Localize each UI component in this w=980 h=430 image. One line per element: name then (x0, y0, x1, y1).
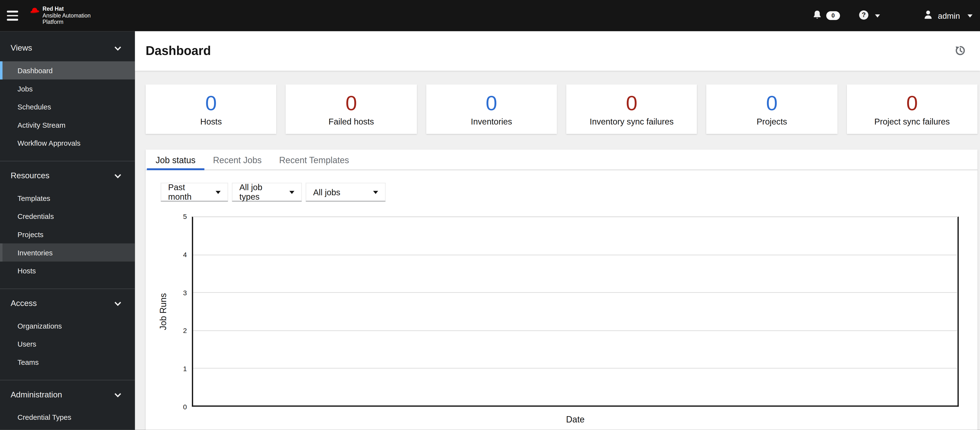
sidebar-item-jobs[interactable]: Jobs (0, 80, 135, 98)
nav-section-toggle-administration[interactable]: Administration (0, 388, 135, 400)
username-label: admin (938, 11, 960, 21)
job-status-panel: Job status Recent Jobs Recent Templates … (146, 150, 977, 430)
y-tick: 3 (169, 289, 187, 296)
tab-job-status[interactable]: Job status (147, 150, 204, 170)
sidebar-item-templates[interactable]: Templates (0, 189, 135, 207)
card-label: Project sync failures (874, 117, 950, 126)
inventory-sync-failures-count-link[interactable]: 0 (626, 92, 637, 113)
chevron-down-icon (875, 14, 880, 17)
sidebar-item-organizations[interactable]: Organizations (0, 317, 135, 335)
chart-y-axis-label: Job Runs (158, 293, 168, 330)
dashboard-content: 0 Hosts 0 Failed hosts 0 Inventories 0 I… (135, 71, 980, 430)
chevron-down-icon (115, 390, 121, 399)
card-label: Inventory sync failures (590, 117, 674, 126)
sidebar-item-workflow-approvals[interactable]: Workflow Approvals (0, 134, 135, 152)
nav-section-views: Views Dashboard Jobs Schedules Activity … (0, 31, 135, 161)
y-tick: 2 (169, 327, 187, 334)
sidebar-item-schedules[interactable]: Schedules (0, 98, 135, 116)
nav-section-toggle-views[interactable]: Views (0, 42, 135, 54)
nav-section-administration: Administration Credential Types Notifica… (0, 380, 135, 430)
chevron-down-icon (373, 190, 378, 193)
job-runs-chart: Job Runs 5 4 3 2 1 0 Date (146, 216, 977, 430)
sidebar-item-credentials[interactable]: Credentials (0, 207, 135, 225)
redhat-fedora-icon (30, 6, 39, 17)
chart-x-axis-label: Date (192, 414, 959, 424)
notification-count-badge: 0 (826, 11, 840, 20)
nav-section-resources: Resources Templates Credentials Projects… (0, 161, 135, 288)
tab-recent-jobs[interactable]: Recent Jobs (204, 150, 270, 170)
page-title: Dashboard (146, 44, 211, 58)
card-label: Failed hosts (328, 117, 374, 126)
job-filter-select[interactable]: All jobs (305, 183, 385, 201)
tab-recent-templates[interactable]: Recent Templates (270, 150, 358, 170)
nav-section-toggle-resources[interactable]: Resources (0, 169, 135, 181)
card-label: Inventories (471, 117, 512, 126)
y-tick: 4 (169, 251, 187, 258)
sidebar-item-activity-stream[interactable]: Activity Stream (0, 116, 135, 134)
main-area: Dashboard 0 Hosts (135, 31, 980, 430)
masthead-actions: 0 ? admin (813, 10, 972, 22)
user-menu-button[interactable]: admin (923, 10, 972, 21)
nav-section-toggle-access[interactable]: Access (0, 296, 135, 309)
brand-logo[interactable]: Red Hat Ansible Automation Platform (30, 6, 91, 26)
chevron-down-icon (967, 14, 973, 17)
sidebar-item-notifications[interactable]: Notifications (0, 426, 135, 430)
sidebar-item-credential-types[interactable]: Credential Types (0, 408, 135, 426)
sidebar-item-users[interactable]: Users (0, 335, 135, 353)
summary-card-failed-hosts: 0 Failed hosts (286, 85, 417, 134)
masthead: Red Hat Ansible Automation Platform 0 (0, 0, 980, 31)
projects-count-link[interactable]: 0 (766, 92, 778, 113)
project-sync-failures-count-link[interactable]: 0 (907, 92, 918, 113)
sidebar-item-dashboard[interactable]: Dashboard (0, 61, 135, 80)
brand-text: Red Hat Ansible Automation Platform (43, 6, 91, 26)
chart-plot-area (192, 216, 959, 407)
app-window: Red Hat Ansible Automation Platform 0 (0, 0, 980, 430)
summary-card-inventory-sync-failures: 0 Inventory sync failures (566, 85, 697, 134)
card-label: Hosts (200, 117, 222, 126)
hosts-count-link[interactable]: 0 (205, 92, 217, 113)
notifications-button[interactable]: 0 (813, 10, 840, 22)
summary-card-hosts: 0 Hosts (146, 85, 277, 134)
nav-section-access: Access Organizations Users Teams (0, 288, 135, 380)
chevron-down-icon (290, 190, 294, 193)
history-button[interactable] (953, 43, 967, 59)
chevron-down-icon (115, 171, 121, 180)
help-menu-button[interactable]: ? (859, 10, 880, 22)
chart-filters: Past month All job types All jobs (146, 170, 977, 201)
chevron-down-icon (115, 43, 121, 52)
tabs-bar: Job status Recent Jobs Recent Templates (146, 150, 977, 170)
question-circle-icon: ? (859, 10, 869, 22)
summary-card-projects: 0 Projects (706, 85, 837, 134)
chevron-down-icon (115, 298, 121, 308)
y-tick: 5 (169, 213, 187, 221)
card-label: Projects (757, 117, 787, 126)
inventories-count-link[interactable]: 0 (486, 92, 497, 113)
job-type-select[interactable]: All job types (232, 183, 302, 201)
sidebar-item-hosts[interactable]: Hosts (0, 261, 135, 280)
sidebar-item-inventories[interactable]: Inventories (0, 243, 135, 262)
summary-cards-row: 0 Hosts 0 Failed hosts 0 Inventories 0 I… (146, 85, 977, 134)
user-icon (923, 10, 932, 21)
sidebar-nav: Views Dashboard Jobs Schedules Activity … (0, 31, 135, 430)
bell-icon (813, 10, 822, 22)
summary-card-project-sync-failures: 0 Project sync failures (846, 85, 978, 134)
y-tick: 0 (169, 403, 187, 411)
svg-text:?: ? (861, 11, 865, 18)
period-select[interactable]: Past month (161, 183, 228, 201)
failed-hosts-count-link[interactable]: 0 (345, 92, 357, 113)
hamburger-icon (7, 11, 18, 12)
chevron-down-icon (216, 190, 221, 193)
y-tick: 1 (169, 365, 187, 372)
page-header: Dashboard (135, 31, 980, 71)
sidebar-item-teams[interactable]: Teams (0, 353, 135, 371)
history-icon (955, 45, 966, 57)
sidebar-item-projects[interactable]: Projects (0, 225, 135, 243)
summary-card-inventories: 0 Inventories (426, 85, 557, 134)
nav-toggle-button[interactable] (0, 0, 25, 31)
